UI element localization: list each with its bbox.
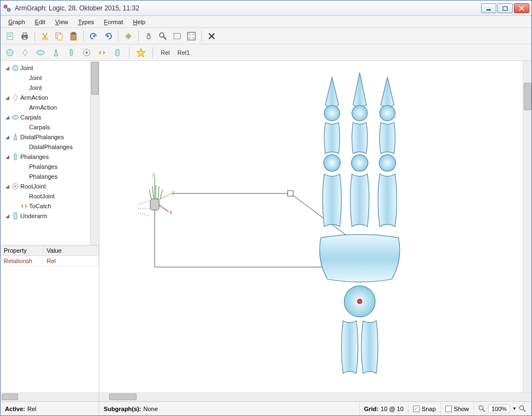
bone-joint[interactable]	[324, 155, 340, 171]
menu-graph[interactable]: Graph	[4, 18, 30, 26]
bone-phalanx[interactable]	[352, 123, 367, 154]
tree-item[interactable]: ◢RootJoint	[2, 181, 98, 191]
tree-item[interactable]: Phalanges	[2, 172, 98, 181]
bone-phalanx[interactable]	[322, 174, 341, 227]
palette-rel[interactable]: Rel	[159, 49, 172, 56]
maximize-button[interactable]	[497, 3, 513, 13]
bone-phalanx[interactable]	[350, 174, 369, 227]
marquee-button[interactable]	[171, 30, 184, 43]
palette-underarm-icon[interactable]	[111, 47, 123, 59]
bone-phalanx[interactable]	[378, 174, 397, 227]
zoom-dropdown-icon[interactable]: ▼	[512, 406, 517, 411]
sidebar-hscroll[interactable]	[1, 392, 99, 401]
tree-item[interactable]: ◢ArmAction	[2, 93, 98, 102]
bone-underarm[interactable]	[341, 321, 358, 373]
palette-joint-icon[interactable]	[4, 47, 16, 59]
relation-line[interactable]	[155, 191, 349, 267]
tree-item[interactable]: RootJoint	[2, 191, 98, 201]
cut-button[interactable]	[38, 30, 52, 43]
tree-item[interactable]: ◢Underarm	[2, 211, 98, 221]
tree-item[interactable]: Joint	[2, 73, 98, 83]
canvas-hscroll[interactable]	[99, 392, 531, 401]
tree-item[interactable]: ◢Joint	[2, 63, 98, 73]
copy-button[interactable]	[53, 30, 66, 43]
bone-joint[interactable]	[380, 105, 395, 121]
zoom-button[interactable]	[156, 30, 169, 43]
show-checkbox[interactable]: Show	[441, 402, 474, 415]
hand-node[interactable]: z y x	[138, 172, 176, 216]
tree-item[interactable]: Phalanges	[2, 162, 98, 172]
fit-button[interactable]	[185, 30, 198, 43]
tree-expander-icon[interactable]: ◢	[4, 65, 10, 71]
tree-expander-icon[interactable]: ◢	[4, 115, 10, 120]
svg-line-57	[149, 190, 151, 199]
bone-joint[interactable]	[324, 105, 339, 121]
statusbar: Active:Rel Subgraph(s):None Grid:10 @ 10…	[1, 401, 531, 415]
canvas[interactable]: z y x	[99, 61, 531, 392]
bone-joint[interactable]	[352, 155, 368, 171]
palette-armaction-icon[interactable]	[19, 47, 31, 59]
bone-distal-3[interactable]	[381, 77, 394, 107]
tree-item[interactable]: ToCatch	[2, 201, 98, 211]
svg-marker-22	[107, 35, 109, 38]
zoom-control[interactable]: 100% ▼	[474, 402, 531, 415]
palette-carpals-icon[interactable]	[35, 47, 47, 59]
bone-rootjoint[interactable]	[344, 286, 376, 317]
tree-expander-icon[interactable]: ◢	[4, 95, 10, 100]
undo-button[interactable]	[87, 30, 100, 43]
snap-checkbox[interactable]: ✓Snap	[409, 402, 441, 415]
palette-rootjoint-icon[interactable]	[81, 47, 93, 59]
tree-item[interactable]: ◢Carpals	[2, 112, 98, 122]
new-button[interactable]	[4, 30, 17, 43]
menu-edit[interactable]: Edit	[31, 18, 50, 26]
tree-panel[interactable]: ◢JointJointJoint◢ArmActionArmAction◢Carp…	[1, 61, 99, 245]
zoom-in-icon[interactable]	[519, 405, 527, 413]
delete-button[interactable]	[205, 30, 218, 43]
bone-distal-2[interactable]	[353, 73, 366, 107]
zoom-out-icon[interactable]	[478, 405, 486, 413]
tree-item[interactable]: ◢DistalPhalanges	[2, 132, 98, 142]
menu-format[interactable]: Format	[100, 18, 128, 26]
tree-type-icon	[12, 113, 19, 121]
prop-row[interactable]: Relationsh Rel	[1, 256, 99, 266]
bone-phalanx[interactable]	[380, 123, 395, 154]
menu-help[interactable]: Help	[128, 18, 150, 26]
palette-star-icon[interactable]	[135, 47, 147, 59]
prop-header-value[interactable]: Value	[43, 246, 99, 255]
tree-scrollbar[interactable]	[90, 61, 99, 245]
svg-point-69	[519, 406, 524, 410]
bone-joint[interactable]	[352, 105, 367, 121]
svg-rect-11	[23, 33, 26, 35]
tree-expander-icon[interactable]: ◢	[4, 154, 10, 159]
minimize-button[interactable]	[481, 3, 496, 13]
tree-item[interactable]: Carpals	[2, 122, 98, 132]
canvas-vscroll[interactable]	[523, 61, 531, 392]
menu-types[interactable]: Types	[73, 18, 98, 26]
tree-item[interactable]: DistalPhalanges	[2, 142, 98, 152]
menu-view[interactable]: View	[51, 18, 73, 26]
svg-line-33	[193, 37, 194, 39]
tree-item[interactable]: Joint	[2, 83, 98, 93]
palette-rel1[interactable]: Rel1	[176, 49, 193, 56]
prop-header-property[interactable]: Property	[1, 246, 43, 255]
tree-expander-icon[interactable]: ◢	[4, 134, 10, 140]
bone-joint[interactable]	[379, 155, 395, 171]
tree-expander-icon[interactable]: ◢	[4, 213, 10, 219]
print-button[interactable]	[18, 30, 31, 43]
palette-tocatch-icon[interactable]	[96, 47, 108, 59]
paste-button[interactable]	[67, 30, 80, 43]
tree-item[interactable]: ◢Phalanges	[2, 152, 98, 162]
bone-carpals[interactable]	[320, 235, 400, 282]
pan-button[interactable]	[142, 30, 155, 43]
add-node-button[interactable]	[122, 30, 135, 43]
redo-button[interactable]	[101, 30, 115, 43]
bone-phalanx[interactable]	[324, 123, 339, 154]
tree-expander-icon[interactable]: ◢	[4, 184, 10, 189]
close-button[interactable]	[514, 3, 529, 13]
svg-rect-8	[8, 35, 12, 35]
palette-distal-icon[interactable]	[50, 47, 62, 59]
bone-underarm[interactable]	[361, 321, 378, 373]
tree-item[interactable]: ArmAction	[2, 102, 98, 112]
palette-phalanges-icon[interactable]	[65, 47, 77, 59]
bone-distal-1[interactable]	[325, 77, 338, 107]
